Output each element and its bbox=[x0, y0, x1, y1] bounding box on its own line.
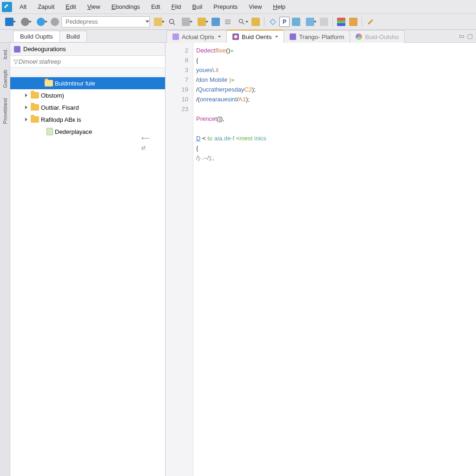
app-icon[interactable] bbox=[2, 2, 12, 12]
svg-line-3 bbox=[173, 23, 175, 25]
editor-area: 2 8 3 7 19 10 23 ⟵ ⇄ Dedectflixe()» { yo… bbox=[165, 43, 476, 476]
line-number: 23 bbox=[165, 104, 188, 114]
back-arrow-icon[interactable]: ⟵ bbox=[141, 133, 150, 143]
square-icon bbox=[290, 33, 296, 40]
folder-icon bbox=[31, 116, 39, 123]
diamond-icon bbox=[172, 33, 179, 40]
tool-zoom-icon[interactable] bbox=[234, 16, 249, 27]
panel-tab-build[interactable]: Build bbox=[60, 31, 87, 42]
sidebar-filter-input[interactable] bbox=[19, 58, 162, 65]
tool-gear-icon[interactable] bbox=[18, 16, 33, 27]
tree-label: Dederplayace bbox=[55, 128, 92, 135]
tool-db-icon[interactable] bbox=[291, 16, 302, 27]
swap-arrow-icon[interactable]: ⇄ bbox=[141, 143, 145, 153]
module-icon bbox=[14, 46, 20, 53]
gutter-nav[interactable]: ⇄ bbox=[165, 143, 188, 153]
editor-tab-aclual[interactable]: Aclual Opris bbox=[166, 30, 227, 43]
tool-a-icon[interactable] bbox=[2, 16, 17, 27]
gutter: 2 8 3 7 19 10 23 ⟵ ⇄ bbox=[165, 43, 193, 476]
svg-point-2 bbox=[170, 19, 174, 23]
sidebar-title: Dedeogurations bbox=[23, 46, 66, 53]
editor-tab-label: Trango- Platform bbox=[299, 33, 344, 40]
search-box[interactable] bbox=[61, 16, 150, 27]
menu-alt[interactable]: Alt bbox=[14, 1, 32, 12]
line-number: 10 bbox=[165, 94, 188, 104]
menu-prepunts[interactable]: Prepunts bbox=[208, 1, 243, 12]
tree-twisty bbox=[39, 129, 45, 134]
ring-icon bbox=[232, 33, 239, 40]
menu-edit[interactable]: Edit bbox=[60, 1, 81, 12]
folder-icon bbox=[31, 104, 39, 111]
tool-profile-icon[interactable] bbox=[348, 16, 359, 27]
editor-tab-label: Aclual Opris bbox=[182, 33, 214, 40]
tool-bookmark-icon[interactable] bbox=[250, 16, 261, 27]
menu-bar: Alt Zapuit Edit View Ebondings Edt Fild … bbox=[0, 0, 476, 14]
tree-twisty bbox=[37, 80, 43, 86]
tool-layout-icon[interactable] bbox=[151, 16, 165, 27]
tree-label: Rafilodp ABк is bbox=[41, 116, 81, 123]
filter-icon bbox=[13, 59, 19, 65]
pie-icon bbox=[356, 33, 362, 40]
code-body[interactable]: Dedectflixe()» { youes\.it /don Mobile )… bbox=[193, 43, 476, 476]
line-number: 19 bbox=[165, 85, 188, 94]
tool-pin-icon[interactable] bbox=[194, 16, 209, 27]
menu-help[interactable]: Help bbox=[267, 1, 291, 12]
line-number bbox=[165, 124, 188, 133]
menu-fild[interactable]: Fild bbox=[166, 1, 187, 12]
tree-twisty[interactable] bbox=[23, 105, 29, 110]
toolbar-separator bbox=[264, 17, 264, 27]
editor-tab-buid-oents[interactable]: Buid Oents bbox=[226, 30, 284, 43]
chevron-down-icon[interactable] bbox=[145, 20, 149, 23]
maximize-icon[interactable]: ▢ bbox=[467, 33, 473, 40]
line-number: 7 bbox=[165, 75, 188, 85]
tool-chart-icon[interactable] bbox=[336, 16, 347, 27]
sidebar: Dedeogurations Buldmtinur fule Obstom) O… bbox=[10, 43, 165, 476]
tool-p-icon[interactable]: P bbox=[279, 17, 290, 27]
tree-item-rafilodp[interactable]: Rafilodp ABк is bbox=[10, 113, 165, 126]
tool-edit-icon[interactable] bbox=[365, 16, 376, 27]
tool-paste-icon[interactable] bbox=[210, 16, 221, 27]
menu-edt[interactable]: Edt bbox=[145, 1, 166, 12]
sidebar-filter[interactable] bbox=[10, 56, 165, 68]
code-editor[interactable]: 2 8 3 7 19 10 23 ⟵ ⇄ Dedectflixe()» { yo… bbox=[165, 43, 476, 476]
line-number: 2 bbox=[165, 46, 188, 55]
editor-tab-label: Buid-Outsho bbox=[365, 33, 398, 40]
line-number bbox=[165, 114, 188, 124]
menu-view-2[interactable]: View bbox=[243, 1, 267, 12]
minimize-icon[interactable]: ▭ bbox=[458, 33, 465, 40]
editor-tab-trango[interactable]: Trango- Platform bbox=[284, 30, 350, 43]
editor-tab-outsho[interactable]: Buid-Outsho bbox=[350, 30, 404, 43]
tool-find-icon[interactable] bbox=[166, 16, 178, 27]
tree-twisty[interactable] bbox=[23, 93, 29, 98]
tool-page-icon[interactable] bbox=[318, 16, 330, 27]
tree-twisty[interactable] bbox=[23, 117, 29, 122]
menu-zapuit[interactable]: Zapuit bbox=[32, 1, 60, 12]
gutter-nav[interactable]: ⟵ bbox=[165, 133, 188, 143]
chevron-down-icon[interactable] bbox=[275, 36, 278, 38]
menu-ebondings[interactable]: Ebondings bbox=[106, 1, 145, 12]
tree-label: Obstom) bbox=[41, 92, 64, 99]
tree-item-buldmtinur[interactable]: Buldmtinur fule bbox=[10, 77, 165, 89]
tree-label: Buldmtinur fule bbox=[55, 80, 95, 87]
left-rail-label-1[interactable]: Gaeepb bbox=[2, 67, 8, 91]
svg-point-7 bbox=[239, 19, 243, 23]
editor-tabs: Aclual Opris Buid Oents Trango- Platform… bbox=[166, 30, 404, 43]
left-rail-label-0[interactable]: Iced. bbox=[2, 46, 8, 62]
tool-globe-icon[interactable] bbox=[33, 16, 48, 27]
line-number: 3 bbox=[165, 65, 188, 75]
tool-list-icon[interactable] bbox=[222, 16, 233, 27]
tree-label: Outtiar. Fisard bbox=[41, 104, 79, 111]
chevron-down-icon[interactable] bbox=[218, 36, 221, 38]
tool-refresh-icon[interactable] bbox=[49, 16, 60, 27]
search-input[interactable] bbox=[66, 18, 144, 25]
left-rail-label-2[interactable]: Provebland bbox=[2, 95, 8, 127]
tool-tag-icon[interactable] bbox=[178, 16, 193, 27]
menu-view[interactable]: View bbox=[82, 1, 106, 12]
panel-tab-build-outputs[interactable]: Build Ouptts bbox=[13, 31, 60, 42]
tree-item-outtiar[interactable]: Outtiar. Fisard bbox=[10, 101, 165, 113]
main-area: Iced. Gaeepb Provebland Dedeogurations B… bbox=[0, 43, 476, 476]
menu-buil[interactable]: Buil bbox=[187, 1, 208, 12]
tool-user-icon[interactable] bbox=[303, 16, 317, 27]
tree-item-obstom[interactable]: Obstom) bbox=[10, 89, 165, 101]
tool-diamond-icon[interactable] bbox=[267, 16, 278, 27]
